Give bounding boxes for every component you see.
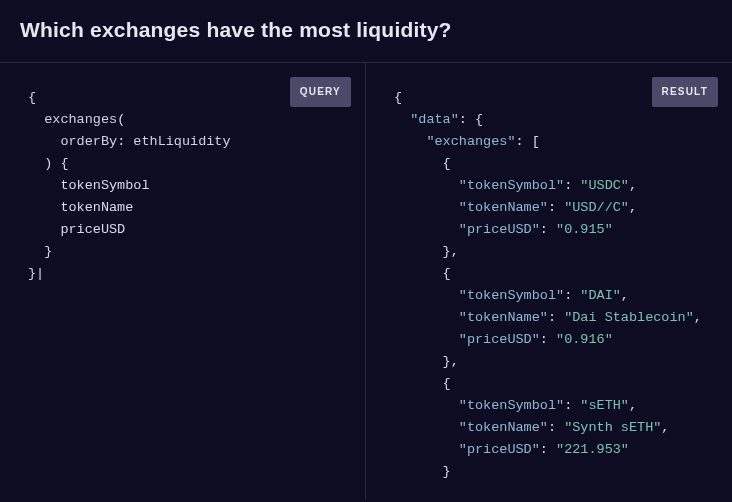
result-badge: RESULT xyxy=(652,77,718,107)
query-panel: QUERY { exchanges( orderBy: ethLiquidity… xyxy=(0,63,366,500)
query-badge: QUERY xyxy=(290,77,351,107)
page-title: Which exchanges have the most liquidity? xyxy=(0,0,732,62)
result-panel: RESULT { "data": { "exchanges": [ { "tok… xyxy=(366,63,732,500)
query-code[interactable]: { exchanges( orderBy: ethLiquidity ) { t… xyxy=(28,87,341,285)
result-code: { "data": { "exchanges": [ { "tokenSymbo… xyxy=(394,87,708,483)
code-panels: QUERY { exchanges( orderBy: ethLiquidity… xyxy=(0,62,732,500)
